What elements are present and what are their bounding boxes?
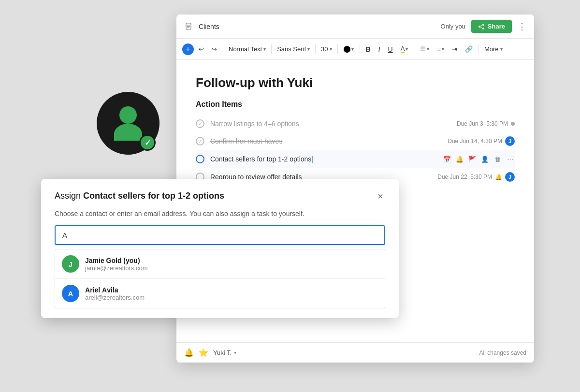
star-footer-icon[interactable]: ⭐ xyxy=(199,348,208,357)
titlebar-left: Clients xyxy=(184,22,441,31)
task-checkbox-done[interactable]: ✓ xyxy=(196,137,204,145)
font-select[interactable]: Sans Serif ▾ xyxy=(275,44,312,54)
editor-toolbar: + ↩ ↪ Normal Text ▾ Sans Serif ▾ 30 ▾ ▾ … xyxy=(176,39,534,60)
text-style-select[interactable]: Normal Text ▾ xyxy=(226,44,268,54)
chevron-down-icon-8: ▾ xyxy=(500,46,503,52)
contact-name: Jamie Gold (you) xyxy=(85,257,378,264)
doc-icon xyxy=(184,22,194,31)
share-button[interactable]: Share xyxy=(471,20,512,33)
footer-username: Yuki T. xyxy=(213,349,232,356)
task-actions: 📅 🔔 🚩 👤 🗑 ⋯ xyxy=(442,154,515,164)
svg-line-7 xyxy=(480,25,482,26)
editor-titlebar: Clients Only you Share ⋮ xyxy=(176,15,534,39)
task-text: Confirm her must-haves xyxy=(210,137,442,145)
titlebar-right: Only you Share ⋮ xyxy=(441,20,526,33)
task-checkbox-active[interactable] xyxy=(196,155,204,163)
modal-title: Assign Contact sellers for top 1-2 optio… xyxy=(55,190,224,202)
contact-email: jamie@zerealtors.com xyxy=(85,264,378,272)
task-text-active: Contact sellers for top 1-2 options| xyxy=(210,155,437,163)
modal-subtitle: Choose a contact or enter an email addre… xyxy=(55,210,385,218)
toolbar-divider-3 xyxy=(315,44,316,54)
svg-point-6 xyxy=(482,28,484,29)
task-assignee-avatar: J xyxy=(505,136,515,146)
avatar-body xyxy=(114,124,142,141)
delete-icon[interactable]: 🗑 xyxy=(493,154,502,164)
footer-status: All changes saved xyxy=(479,349,526,356)
contact-avatar-ariel: A xyxy=(62,285,79,302)
task-text: Narrow listings to 4–6 options xyxy=(210,120,451,128)
chevron-down-icon-footer: ▾ xyxy=(234,350,236,355)
task-checkbox-done[interactable]: ✓ xyxy=(196,119,204,128)
editor-footer: 🔔 ⭐ Yuki T. ▾ All changes saved xyxy=(176,342,534,363)
assign-modal: Assign Contact sellers for top 1-2 optio… xyxy=(41,179,399,318)
bullet-list-button[interactable]: ☰ ▾ xyxy=(417,44,432,55)
contact-info-jamie: Jamie Gold (you) jamie@zerealtors.com xyxy=(85,257,378,272)
avatar-verified-badge: ✓ xyxy=(139,134,156,151)
more-icon[interactable]: ⋯ xyxy=(505,154,515,164)
underline-button[interactable]: U xyxy=(385,44,396,55)
redo-button[interactable]: ↪ xyxy=(209,44,220,55)
flag-icon[interactable]: 🚩 xyxy=(467,154,477,164)
font-size-select[interactable]: 30 ▾ xyxy=(319,44,334,54)
contact-list: J Jamie Gold (you) jamie@zerealtors.com … xyxy=(55,249,385,308)
task-indicator xyxy=(511,122,515,126)
toolbar-divider-5 xyxy=(360,44,360,54)
undo-button[interactable]: ↩ xyxy=(196,44,207,55)
task-meta: Due Jun 3, 5:30 PM xyxy=(457,120,515,127)
toolbar-divider-7 xyxy=(478,44,479,54)
more-options-button[interactable]: ⋮ xyxy=(518,21,526,32)
section-heading: Action Items xyxy=(196,100,515,109)
task-due: Due Jun 22, 5:30 PM xyxy=(437,174,492,180)
link-button[interactable]: 🔗 xyxy=(462,44,476,55)
visibility-label: Only you xyxy=(441,23,465,30)
contact-search-input[interactable] xyxy=(55,225,385,245)
doc-title: Clients xyxy=(199,23,219,30)
task-item[interactable]: ✓ Narrow listings to 4–6 options Due Jun… xyxy=(196,116,515,132)
task-item[interactable]: ✓ Confirm her must-haves Due Jun 14, 4:3… xyxy=(196,132,515,150)
modal-close-button[interactable]: × xyxy=(376,190,385,202)
bell-icon[interactable]: 🔔 xyxy=(455,154,464,164)
chevron-down-icon-7: ▾ xyxy=(442,46,444,52)
svg-point-4 xyxy=(478,26,480,28)
contact-name-ariel: Ariel Avila xyxy=(85,286,378,294)
chevron-down-icon-2: ▾ xyxy=(307,46,310,52)
contact-item-ariel[interactable]: A Ariel Avila areil@zerealtors.com xyxy=(55,279,385,308)
avatar-head xyxy=(119,106,137,124)
modal-header: Assign Contact sellers for top 1-2 optio… xyxy=(55,190,385,202)
chevron-down-icon-3: ▾ xyxy=(330,46,332,52)
calendar-icon[interactable]: 📅 xyxy=(442,154,452,164)
chevron-down-icon-4: ▾ xyxy=(351,46,354,52)
document-heading: Follow-up with Yuki xyxy=(196,75,515,90)
add-button[interactable]: + xyxy=(182,44,194,55)
task-assignee-avatar: J xyxy=(505,172,515,182)
color-button[interactable]: ▾ xyxy=(341,44,357,55)
task-list: ✓ Narrow listings to 4–6 options Due Jun… xyxy=(196,116,515,186)
task-due: Due Jun 3, 5:30 PM xyxy=(457,120,508,127)
contact-item-jamie[interactable]: J Jamie Gold (you) jamie@zerealtors.com xyxy=(55,249,385,279)
more-select[interactable]: More ▾ xyxy=(482,44,505,54)
indent-button[interactable]: ⇥ xyxy=(449,44,460,55)
svg-point-5 xyxy=(482,24,484,26)
footer-left: 🔔 ⭐ Yuki T. ▾ xyxy=(184,348,236,357)
chevron-down-icon: ▾ xyxy=(263,46,266,52)
highlight-button[interactable]: A ▾ xyxy=(398,44,411,55)
footer-user-selector[interactable]: Yuki T. ▾ xyxy=(213,349,236,356)
italic-button[interactable]: I xyxy=(376,44,383,55)
numbered-list-button[interactable]: ≡ ▾ xyxy=(434,44,447,55)
bell-blue-icon: 🔔 xyxy=(495,174,502,180)
task-meta: Due Jun 22, 5:30 PM 🔔 J xyxy=(437,172,515,182)
chevron-down-icon-6: ▾ xyxy=(427,46,429,52)
contact-email-ariel: areil@zerealtors.com xyxy=(85,294,378,301)
color-dot xyxy=(344,46,350,53)
chevron-down-icon-5: ▾ xyxy=(406,46,408,52)
toolbar-divider-4 xyxy=(337,44,338,54)
task-meta: Due Jun 14, 4:30 PM J xyxy=(448,136,515,146)
task-item-active[interactable]: Contact sellers for top 1-2 options| 📅 🔔… xyxy=(196,150,515,168)
user-avatar-graphic xyxy=(114,106,142,141)
person-icon[interactable]: 👤 xyxy=(480,154,490,164)
bold-button[interactable]: B xyxy=(363,44,374,55)
toolbar-divider-2 xyxy=(271,44,272,54)
user-avatar-circle: ✓ xyxy=(97,92,160,155)
contact-info-ariel: Ariel Avila areil@zerealtors.com xyxy=(85,286,378,301)
bell-footer-icon[interactable]: 🔔 xyxy=(184,348,194,357)
